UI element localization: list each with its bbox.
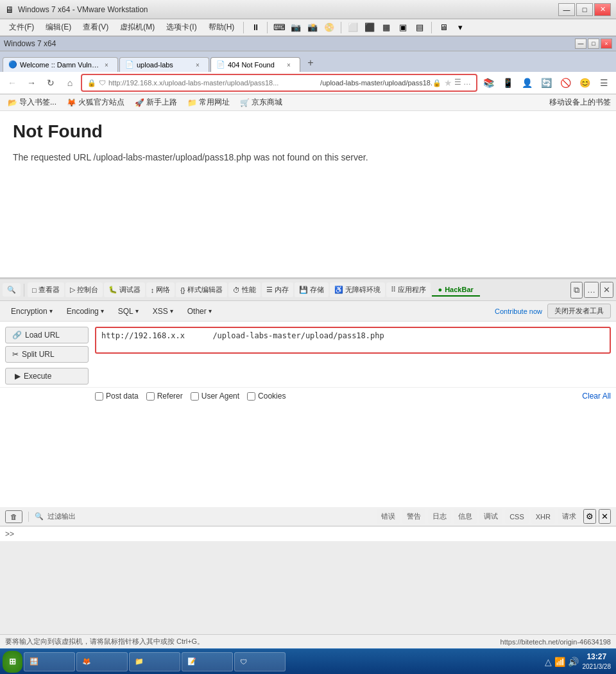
console-input[interactable] — [18, 530, 611, 539]
start-button[interactable]: ⊞ — [3, 651, 22, 673]
address-input[interactable] — [108, 79, 318, 87]
browser-tab-3[interactable]: 📄 404 Not Found × — [210, 57, 300, 72]
debugger-button[interactable]: 🐛 调试器 — [104, 282, 145, 297]
console-button[interactable]: ▷ 控制台 — [65, 282, 103, 297]
console-prompt-expand[interactable]: >> — [5, 530, 14, 539]
hackbar-xss-menu[interactable]: XSS — [147, 304, 179, 318]
pause-button[interactable]: ⏸ — [248, 21, 263, 35]
cookies-checkbox[interactable] — [247, 392, 255, 401]
display-button[interactable]: 🖥 — [436, 21, 451, 35]
hackbar-other-menu[interactable]: Other — [182, 304, 218, 318]
memory-button[interactable]: ☰ 内存 — [262, 282, 293, 297]
view-toggle-button[interactable]: ⬜ — [345, 21, 361, 35]
menu-file[interactable]: 文件(F) — [4, 21, 39, 34]
view-toggle4-button[interactable]: ▣ — [395, 21, 411, 35]
dt-more-button[interactable]: … — [584, 282, 599, 298]
browser-tab-2[interactable]: 📄 upload-labs × — [119, 57, 209, 72]
filter-warn-button[interactable]: 警告 — [402, 509, 425, 524]
dt-close-button[interactable]: ✕ — [600, 282, 613, 298]
filter-xhr-button[interactable]: XHR — [531, 509, 555, 524]
a11y-button[interactable]: ♿ 无障碍环境 — [330, 282, 385, 297]
taskbar-clock[interactable]: 13:27 2021/3/28 — [583, 652, 612, 671]
blocking-icon[interactable]: 🚫 — [557, 74, 574, 91]
menu-edit[interactable]: 编辑(E) — [40, 21, 76, 34]
load-url-button[interactable]: 🔗 Load URL — [5, 327, 89, 343]
cookies-checkbox-label[interactable]: Cookies — [247, 392, 286, 401]
style-editor-button[interactable]: {} 样式编辑器 — [176, 282, 227, 297]
bm-mobile[interactable]: 移动设备上的书签 — [549, 97, 611, 108]
taskbar-item-4[interactable]: 📝 — [182, 652, 233, 671]
bm-import[interactable]: 📂 导入书签... — [5, 96, 59, 108]
menu-view[interactable]: 查看(V) — [78, 21, 114, 34]
hackbar-encoding-menu[interactable]: Encoding — [61, 304, 110, 318]
network-button[interactable]: ↕ 网络 — [146, 282, 175, 297]
snapshot2-button[interactable]: 📸 — [305, 21, 320, 35]
tab-2-close-button[interactable]: × — [193, 60, 202, 69]
clear-all-button[interactable]: Clear All — [582, 392, 611, 401]
filter-log-button[interactable]: 日志 — [428, 509, 451, 524]
tab-1-close-button[interactable]: × — [102, 60, 111, 69]
referer-checkbox[interactable] — [146, 392, 155, 401]
browser-tab-1[interactable]: 🔵 Welcome :: Damn Vulnerabl... × — [3, 57, 118, 72]
view-toggle2-button[interactable]: ⬛ — [362, 21, 377, 35]
storage-button[interactable]: 💾 存储 — [295, 282, 329, 297]
menu-help[interactable]: 帮助(H) — [203, 21, 240, 34]
hackbar-tab[interactable]: ● HackBar — [432, 284, 480, 297]
inspect-button[interactable]: 🔍 — [3, 283, 21, 297]
bm-firefox[interactable]: 🦊 火狐官方站点 — [64, 96, 127, 108]
user-agent-checkbox[interactable] — [191, 392, 199, 401]
hackbar-encryption-menu[interactable]: Encryption — [5, 304, 58, 318]
bm-start[interactable]: 🚀 新手上路 — [132, 96, 180, 108]
user-agent-checkbox-label[interactable]: User Agent — [191, 392, 239, 401]
execute-button[interactable]: ▶ Execute — [5, 368, 89, 385]
refresh-button[interactable]: 🔄 — [538, 74, 554, 91]
filter-error-button[interactable]: 错误 — [377, 509, 400, 524]
filter-debug-button[interactable]: 调试 — [479, 509, 502, 524]
fx-accounts-button[interactable]: 👤 — [518, 74, 535, 91]
post-data-checkbox-label[interactable]: Post data — [95, 392, 139, 401]
taskbar-item-2[interactable]: 🦊 — [76, 652, 128, 671]
console-close-button[interactable]: ✕ — [599, 509, 611, 524]
browser-close-button[interactable]: × — [601, 39, 612, 49]
bm-common[interactable]: 📁 常用网址 — [185, 96, 232, 108]
hackbar-sql-menu[interactable]: SQL — [112, 304, 144, 318]
menu-vm[interactable]: 虚拟机(M) — [115, 21, 160, 34]
viewer-button[interactable]: □ 查看器 — [28, 282, 64, 297]
send-ctrl-alt-del-button[interactable]: ⌨ — [271, 21, 287, 35]
restore-button[interactable]: □ — [576, 3, 593, 16]
reload-button[interactable]: ↻ — [42, 74, 59, 91]
reader-mode-icon[interactable]: ☰ — [454, 78, 461, 88]
console-clear-button[interactable]: 🗑 — [5, 510, 22, 523]
post-data-checkbox[interactable] — [95, 392, 103, 401]
view-toggle5-button[interactable]: ▤ — [412, 21, 427, 35]
bookmark-star-icon[interactable]: ★ — [444, 78, 452, 88]
taskbar-item-3[interactable]: 📁 — [129, 652, 180, 671]
view-toggle3-button[interactable]: ▦ — [379, 21, 394, 35]
browser-minimize-button[interactable]: — — [575, 39, 586, 49]
snapshot3-button[interactable]: 📀 — [321, 21, 337, 35]
synced-tabs-button[interactable]: 📱 — [499, 74, 516, 91]
minimize-button[interactable]: — — [558, 3, 575, 16]
sidebar-button[interactable]: 📚 — [480, 74, 497, 91]
new-tab-button[interactable]: + — [302, 54, 320, 72]
referer-checkbox-label[interactable]: Referer — [146, 392, 183, 401]
hackbar-url-input[interactable]: http://192.168.x.x /upload-labs-master/u… — [95, 327, 611, 354]
home-button[interactable]: ⌂ — [62, 74, 78, 91]
split-url-button[interactable]: ✂ Split URL — [5, 346, 89, 363]
more-address-icon[interactable]: … — [463, 78, 471, 88]
taskbar-item-5[interactable]: 🛡 — [234, 652, 286, 671]
snapshot-button[interactable]: 📷 — [288, 21, 304, 35]
hackbar-contribute-link[interactable]: Contribute now — [495, 307, 542, 315]
bm-jd[interactable]: 🛒 京东商城 — [237, 96, 285, 108]
hackbar-close-devtools-button[interactable]: 关闭开发者工具 — [547, 304, 611, 318]
open-menu-button[interactable]: ☰ — [595, 74, 612, 91]
forward-button[interactable]: → — [23, 74, 40, 91]
more-button[interactable]: ▾ — [452, 21, 468, 35]
filter-request-button[interactable]: 请求 — [558, 509, 581, 524]
avatar-icon[interactable]: 😊 — [576, 74, 593, 91]
notify-icon-2[interactable]: 📶 — [554, 657, 565, 667]
back-button[interactable]: ← — [4, 74, 21, 91]
close-button[interactable]: ✕ — [594, 3, 611, 16]
notify-icon-3[interactable]: 🔊 — [568, 657, 579, 667]
filter-info-button[interactable]: 信息 — [454, 509, 477, 524]
